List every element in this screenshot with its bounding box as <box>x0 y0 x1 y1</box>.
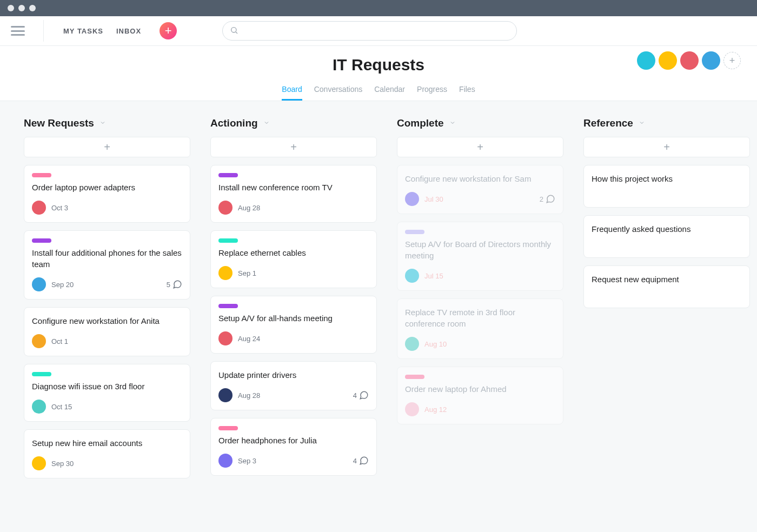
task-card[interactable]: Order new laptop for AhmedAug 12 <box>397 367 563 424</box>
assignee-avatar[interactable] <box>405 402 419 416</box>
add-card-button[interactable]: + <box>583 137 750 157</box>
card-title: Order headphones for Julia <box>218 435 369 446</box>
assignee-avatar[interactable] <box>405 337 419 351</box>
tab-board[interactable]: Board <box>282 85 302 101</box>
task-card[interactable]: Frequently asked questions <box>583 215 750 258</box>
assignee-avatar[interactable] <box>218 201 233 215</box>
card-footer: Oct 15 <box>32 400 182 414</box>
assignee-avatar[interactable] <box>218 331 233 345</box>
project-members: + <box>637 51 741 70</box>
comment-icon <box>172 280 182 289</box>
board: New Requests+Order laptop power adapters… <box>0 101 757 486</box>
column: Actioning+Install new conference room TV… <box>210 117 397 483</box>
search-icon <box>230 26 238 35</box>
project-header: IT Requests + BoardConversationsCalendar… <box>0 46 757 101</box>
add-card-button[interactable]: + <box>210 137 377 157</box>
card-tag <box>218 304 238 308</box>
assignee-avatar[interactable] <box>218 454 233 468</box>
tab-progress[interactable]: Progress <box>417 85 447 101</box>
task-card[interactable]: Setup new hire email accountsSep 30 <box>24 429 190 478</box>
svg-point-0 <box>231 28 236 32</box>
task-card[interactable]: Install new conference room TVAug 28 <box>210 165 377 223</box>
task-card[interactable]: Configure new workstation for SamJul 302 <box>397 165 563 214</box>
column-header[interactable]: Complete <box>397 117 583 129</box>
task-card[interactable]: Update printer driversAug 284 <box>210 361 377 410</box>
menu-icon[interactable] <box>11 26 25 36</box>
card-title: Order new laptop for Ahmed <box>405 383 555 395</box>
task-card[interactable]: How this project works <box>583 165 750 208</box>
column: New Requests+Order laptop power adapters… <box>24 117 210 486</box>
due-date: Oct 15 <box>51 403 72 411</box>
card-title: Install new conference room TV <box>218 182 369 193</box>
tab-files[interactable]: Files <box>459 85 475 101</box>
card-title: Diagnose wifi issue on 3rd floor <box>32 381 182 392</box>
task-card[interactable]: Setup A/V for all-hands meetingAug 24 <box>210 296 377 354</box>
task-card[interactable]: Order laptop power adaptersOct 3 <box>24 165 190 223</box>
card-footer: Aug 12 <box>405 402 555 416</box>
chevron-down-icon[interactable] <box>639 118 645 128</box>
comment-icon <box>359 390 369 400</box>
task-card[interactable]: Replace ethernet cablesSep 1 <box>210 230 377 288</box>
card-footer: Aug 24 <box>218 331 369 345</box>
comment-icon <box>359 456 369 466</box>
comment-count[interactable]: 4 <box>353 456 369 466</box>
card-title: Setup A/V for all-hands meeting <box>218 312 369 324</box>
task-card[interactable]: Diagnose wifi issue on 3rd floorOct 15 <box>24 364 190 422</box>
window-dot-close[interactable] <box>8 5 14 11</box>
task-card[interactable]: Setup A/V for Board of Directors monthly… <box>397 222 563 291</box>
comment-count[interactable]: 2 <box>540 194 555 204</box>
card-title: Order laptop power adapters <box>32 182 182 193</box>
global-add-button[interactable]: + <box>160 22 177 39</box>
assignee-avatar[interactable] <box>32 334 46 348</box>
due-date: Aug 28 <box>238 391 260 400</box>
assignee-avatar[interactable] <box>218 266 233 280</box>
assignee-avatar[interactable] <box>32 456 46 470</box>
add-member-button[interactable]: + <box>723 52 741 69</box>
window-dot-max[interactable] <box>29 5 36 11</box>
comment-count[interactable]: 4 <box>353 390 369 400</box>
member-avatar[interactable] <box>680 51 699 70</box>
column-title: New Requests <box>24 117 94 129</box>
chevron-down-icon[interactable] <box>99 118 106 128</box>
chevron-down-icon[interactable] <box>263 118 270 128</box>
card-tag <box>218 426 238 430</box>
assignee-avatar[interactable] <box>218 388 233 402</box>
card-tag <box>405 375 424 379</box>
card-title: Setup A/V for Board of Directors monthly… <box>405 238 555 261</box>
due-date: Sep 30 <box>51 460 74 468</box>
card-footer: Aug 284 <box>218 388 369 402</box>
assignee-avatar[interactable] <box>32 201 46 215</box>
column-header[interactable]: Actioning <box>210 117 397 129</box>
due-date: Sep 3 <box>238 457 256 465</box>
search-input[interactable] <box>222 21 517 41</box>
card-tag <box>405 230 424 234</box>
task-card[interactable]: Configure new workstation for AnitaOct 1 <box>24 307 190 356</box>
assignee-avatar[interactable] <box>405 269 419 283</box>
assignee-avatar[interactable] <box>32 277 46 291</box>
tab-calendar[interactable]: Calendar <box>374 85 405 101</box>
card-title: Configure new workstation for Sam <box>405 173 555 184</box>
member-avatar[interactable] <box>637 51 655 70</box>
assignee-avatar[interactable] <box>405 192 419 206</box>
task-card[interactable]: Request new equipment <box>583 265 750 308</box>
assignee-avatar[interactable] <box>32 400 46 414</box>
add-card-button[interactable]: + <box>397 137 563 157</box>
window-dot-min[interactable] <box>18 5 25 11</box>
member-avatar[interactable] <box>659 51 677 70</box>
comment-count[interactable]: 5 <box>167 280 182 289</box>
nav-my-tasks[interactable]: MY TASKS <box>63 27 103 35</box>
due-date: Aug 12 <box>424 405 447 414</box>
add-card-button[interactable]: + <box>24 137 190 157</box>
chevron-down-icon[interactable] <box>449 118 456 128</box>
column-header[interactable]: Reference <box>583 117 757 129</box>
member-avatar[interactable] <box>702 51 720 70</box>
column-header[interactable]: New Requests <box>24 117 210 129</box>
tab-conversations[interactable]: Conversations <box>314 85 363 101</box>
nav-inbox[interactable]: INBOX <box>116 27 141 35</box>
task-card[interactable]: Order headphones for JuliaSep 34 <box>210 418 377 476</box>
due-date: Sep 1 <box>238 269 256 277</box>
task-card[interactable]: Install four additional phones for the s… <box>24 230 190 300</box>
card-tag <box>218 173 238 177</box>
due-date: Aug 24 <box>238 335 260 343</box>
task-card[interactable]: Replace TV remote in 3rd floor conferenc… <box>397 298 563 359</box>
